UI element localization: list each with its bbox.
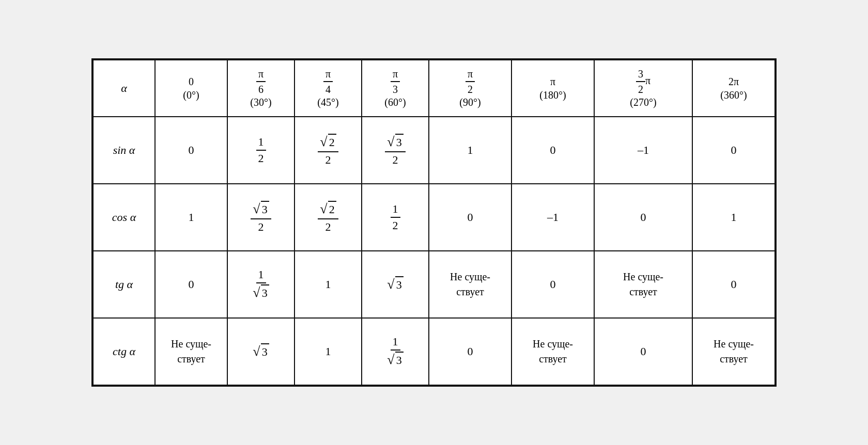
- sqrt3-rad-tg3: √ 3: [387, 276, 403, 293]
- ctg-pi3-num: 1: [391, 335, 400, 351]
- pi3-denominator: 3: [391, 82, 400, 96]
- sqrt2-rad-cos: √ 2: [320, 201, 336, 217]
- ctg-pi6: √ 3: [227, 318, 295, 385]
- tg-row: tg α 0 1 √ 3 1 √ 3: [93, 251, 775, 318]
- header-col-3pi2: 3 2 π(270°): [594, 60, 692, 117]
- pi6-numerator: π: [256, 68, 266, 82]
- header-col-pi4: π 4 (45°): [295, 60, 362, 117]
- cos-pi4-den: 2: [323, 219, 333, 234]
- ctg-0: Не суще-ствует: [155, 318, 227, 385]
- sin-pi4: √ 2 2: [295, 117, 362, 184]
- ctg-label: ctg α: [93, 318, 155, 385]
- sin-pi3-den: 2: [391, 152, 400, 167]
- tg-pi: 0: [512, 251, 594, 318]
- pi3-numerator: π: [391, 68, 400, 82]
- cos-pi3-frac: 1 2: [391, 202, 400, 233]
- cos-pi3-den: 2: [391, 218, 400, 232]
- ctg-pi4: 1: [295, 318, 362, 385]
- cos-label: cos α: [93, 184, 155, 251]
- header-col-pi3: π 3 (60°): [362, 60, 429, 117]
- 3pi2-frac: 3 2: [636, 68, 645, 96]
- cos-pi6-frac: √ 3 2: [251, 201, 271, 234]
- header-col-alpha: α: [93, 60, 155, 117]
- pi4-numerator: π: [323, 68, 333, 82]
- tg-3pi2-not-exist: Не суще-ствует: [623, 271, 663, 297]
- cos-pi4: √ 2 2: [295, 184, 362, 251]
- sqrt3-rad-sin: √ 3: [387, 134, 403, 150]
- sin-row: sin α 0 1 2 √ 2 2: [93, 117, 775, 184]
- tg-pi6-num: 1: [256, 268, 266, 283]
- sin-pi6-den: 2: [256, 151, 266, 165]
- cos-pi6: √ 3 2: [227, 184, 295, 251]
- header-col-pi: π(180°): [512, 60, 594, 117]
- header-col-pi6: π 6 (30°): [227, 60, 295, 117]
- ctg-2pi: Не суще-ствует: [692, 318, 775, 385]
- sin-3pi2: –1: [594, 117, 692, 184]
- sin-pi3-num: √ 3: [385, 134, 405, 152]
- cos-pi4-frac: √ 2 2: [318, 201, 338, 234]
- ctg-pi: Не суще-ствует: [512, 318, 594, 385]
- pi3-frac: π 3: [391, 68, 400, 96]
- header-col-0: 0(0°): [155, 60, 227, 117]
- 3pi2-denominator: 2: [636, 82, 645, 96]
- ctg-row: ctg α Не суще-ствует √ 3 1 1 √ 3: [93, 318, 775, 385]
- ctg-pi3-frac: 1 √ 3: [385, 335, 405, 368]
- ctg-pi2: 0: [429, 318, 512, 385]
- tg-label: tg α: [93, 251, 155, 318]
- sin-pi3: √ 3 2: [362, 117, 429, 184]
- sqrt3-rad-ctg3: √ 3: [387, 352, 403, 368]
- sin-pi6-frac: 1 2: [256, 135, 266, 166]
- sin-label: sin α: [93, 117, 155, 184]
- sqrt3-rad-cos: √ 3: [253, 201, 269, 217]
- pi6-frac: π 6: [256, 68, 266, 96]
- sin-2pi: 0: [692, 117, 775, 184]
- cos-pi2: 0: [429, 184, 512, 251]
- pi4-denominator: 4: [323, 82, 333, 96]
- sin-pi6: 1 2: [227, 117, 295, 184]
- tg-pi6-frac: 1 √ 3: [251, 268, 271, 301]
- tg-2pi: 0: [692, 251, 775, 318]
- tg-pi3: √ 3: [362, 251, 429, 318]
- pi2-denominator: 2: [466, 82, 475, 96]
- ctg-pi3-den: √ 3: [385, 351, 405, 368]
- cos-pi6-num: √ 3: [251, 201, 271, 219]
- sqrt2-rad: √ 2: [320, 134, 336, 150]
- 3pi2-numerator: 3: [636, 68, 645, 82]
- pi2-frac: π 2: [466, 68, 475, 96]
- header-col-2pi: 2π(360°): [692, 60, 775, 117]
- pi4-frac: π 4: [323, 68, 333, 96]
- tg-3pi2: Не суще-ствует: [594, 251, 692, 318]
- tg-pi2-not-exist: Не суще-ствует: [450, 271, 490, 297]
- cos-pi3: 1 2: [362, 184, 429, 251]
- trig-table: α 0(0°) π 6 (30°) π 4 (45°) π 3: [91, 58, 777, 387]
- cos-pi: –1: [512, 184, 594, 251]
- ctg-pi-not-exist: Не суще-ствует: [533, 338, 573, 364]
- cos-2pi: 1: [692, 184, 775, 251]
- tg-0: 0: [155, 251, 227, 318]
- cos-3pi2: 0: [594, 184, 692, 251]
- tg-pi2: Не суще-ствует: [429, 251, 512, 318]
- cos-pi4-num: √ 2: [318, 201, 338, 219]
- tg-pi6-den: √ 3: [251, 283, 271, 301]
- alpha-symbol: α: [121, 82, 127, 94]
- header-col-pi2: π 2 (90°): [429, 60, 512, 117]
- cos-pi6-den: 2: [256, 219, 266, 234]
- ctg-0-not-exist: Не суще-ствует: [171, 338, 211, 364]
- ctg-2pi-not-exist: Не суще-ствует: [714, 338, 754, 364]
- sin-pi4-den: 2: [323, 152, 333, 167]
- sqrt3-rad-tg6: √ 3: [253, 284, 269, 301]
- ctg-3pi2: 0: [594, 318, 692, 385]
- sin-pi2: 1: [429, 117, 512, 184]
- cos-pi3-num: 1: [391, 202, 400, 218]
- cos-0: 1: [155, 184, 227, 251]
- sin-pi4-num: √ 2: [318, 134, 338, 152]
- sin-pi3-frac: √ 3 2: [385, 134, 405, 167]
- pi2-numerator: π: [466, 68, 475, 82]
- ctg-pi3: 1 √ 3: [362, 318, 429, 385]
- sin-pi4-frac: √ 2 2: [318, 134, 338, 167]
- sin-0: 0: [155, 117, 227, 184]
- table-header-row: α 0(0°) π 6 (30°) π 4 (45°) π 3: [93, 60, 775, 117]
- pi6-denominator: 6: [256, 82, 266, 96]
- sqrt3-rad-ctg6: √ 3: [253, 343, 269, 360]
- sin-pi: 0: [512, 117, 594, 184]
